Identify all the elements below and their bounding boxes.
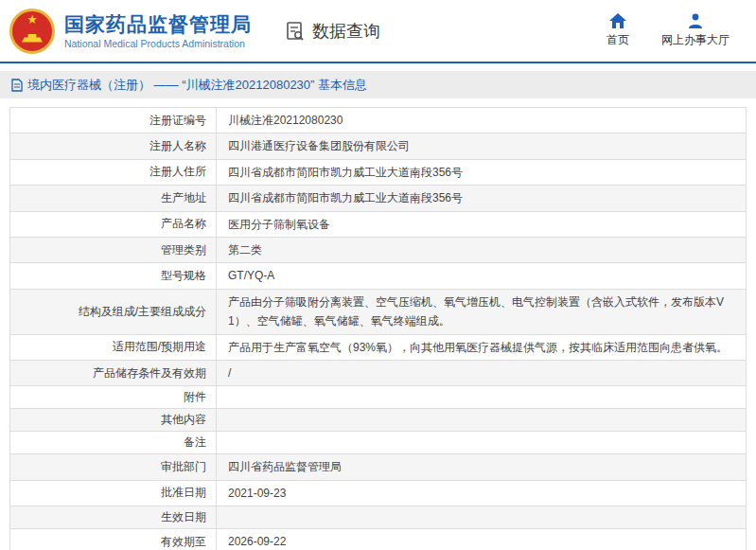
table-row-effective-date: 生效日期 bbox=[10, 506, 746, 529]
table-row-registrant-address: 注册人住所 四川省成都市简阳市凯力威工业大道南段356号 bbox=[10, 160, 746, 186]
row-value bbox=[217, 506, 746, 528]
table-row-approval-date: 批准日期 2021-09-23 bbox=[10, 481, 746, 506]
row-label: 审批部门 bbox=[10, 454, 217, 479]
row-label: 生效日期 bbox=[10, 506, 217, 528]
table-row-intended-use: 适用范围/预期用途 产品用于生产富氧空气（93%氧），向其他用氧医疗器械提供气源… bbox=[10, 335, 746, 361]
table-row-valid-until: 有效期至 2026-09-22 bbox=[10, 529, 746, 550]
row-value bbox=[217, 432, 746, 453]
nav-home[interactable]: 首页 bbox=[607, 13, 629, 48]
row-value: 四川省成都市简阳市凯力威工业大道南段356号 bbox=[217, 186, 746, 210]
breadcrumb: 境内医疗器械（注册） —— “川械注准20212080230” 基本信息 bbox=[0, 71, 756, 98]
data-query-section[interactable]: 数据查询 bbox=[284, 20, 380, 43]
table-row-structure-composition: 结构及组成/主要组成成分 产品由分子筛吸附分离装置、空气压缩机、氧气增压机、电气… bbox=[10, 290, 746, 335]
nav-home-label: 首页 bbox=[607, 32, 629, 48]
row-value bbox=[217, 409, 746, 431]
table-row-registrant-name: 注册人名称 四川港通医疗设备集团股份有限公司 bbox=[10, 133, 746, 159]
registration-info-table: 注册证编号 川械注准20212080230 注册人名称 四川港通医疗设备集团股份… bbox=[9, 107, 747, 550]
site-title-block: 国家药品监督管理局 National Medical Products Admi… bbox=[64, 12, 252, 49]
row-label: 其他内容 bbox=[10, 409, 217, 431]
table-row-model-spec: 型号规格 GT/YQ-A bbox=[10, 263, 746, 289]
table-row-management-category: 管理类别 第二类 bbox=[10, 238, 746, 263]
row-value: 医用分子筛制氧设备 bbox=[217, 212, 746, 237]
data-query-label: 数据查询 bbox=[312, 20, 380, 43]
document-icon bbox=[11, 79, 23, 92]
row-label: 结构及组成/主要组成成分 bbox=[10, 290, 217, 334]
row-value: / bbox=[217, 361, 746, 385]
page-header: ★ 国家药品监督管理局 National Medical Products Ad… bbox=[0, 0, 756, 63]
row-value: 产品由分子筛吸附分离装置、空气压缩机、氧气增压机、电气控制装置（含嵌入式软件，发… bbox=[217, 290, 746, 334]
row-label: 批准日期 bbox=[10, 481, 217, 506]
breadcrumb-text: 境内医疗器械（注册） —— “川械注准20212080230” 基本信息 bbox=[27, 77, 367, 94]
row-label: 型号规格 bbox=[10, 263, 217, 288]
nav-online-service-hall[interactable]: 网上办事大厅 bbox=[661, 13, 730, 48]
table-row-production-address: 生产地址 四川省成都市简阳市凯力威工业大道南段356号 bbox=[10, 186, 746, 211]
row-label: 附件 bbox=[10, 386, 217, 408]
row-value: 四川省药品监督管理局 bbox=[217, 454, 746, 479]
row-value: 四川港通医疗设备集团股份有限公司 bbox=[217, 133, 746, 158]
site-subtitle: National Medical Products Administration bbox=[64, 38, 252, 49]
table-row-attachment: 附件 bbox=[10, 386, 746, 409]
row-value: 四川省成都市简阳市凯力威工业大道南段356号 bbox=[217, 160, 746, 185]
table-row-approval-department: 审批部门 四川省药品监督管理局 bbox=[10, 454, 746, 480]
row-label: 产品名称 bbox=[10, 212, 217, 237]
site-title: 国家药品监督管理局 bbox=[64, 12, 252, 36]
row-value: 2021-09-23 bbox=[217, 481, 746, 506]
row-label: 生产地址 bbox=[10, 186, 217, 210]
header-nav: 首页 网上办事大厅 bbox=[607, 13, 730, 48]
home-icon bbox=[609, 13, 626, 28]
row-label: 有效期至 bbox=[10, 529, 217, 550]
row-value: 川械注准20212080230 bbox=[217, 108, 746, 133]
row-label: 注册人名称 bbox=[10, 133, 217, 158]
star-icon: ★ bbox=[26, 13, 38, 26]
nav-online-service-hall-label: 网上办事大厅 bbox=[661, 32, 730, 48]
table-row-product-name: 产品名称 医用分子筛制氧设备 bbox=[10, 212, 746, 238]
row-value: 产品用于生产富氧空气（93%氧），向其他用氧医疗器械提供气源，按其临床适用范围向… bbox=[217, 335, 746, 360]
row-label: 注册证编号 bbox=[10, 108, 217, 133]
document-search-icon bbox=[284, 20, 307, 43]
national-emblem-logo: ★ bbox=[9, 9, 55, 54]
row-value: GT/YQ-A bbox=[217, 263, 746, 288]
row-label: 注册人住所 bbox=[10, 160, 217, 185]
table-row-registration-number: 注册证编号 川械注准20212080230 bbox=[10, 108, 746, 133]
table-row-storage-conditions: 产品储存条件及有效期 / bbox=[10, 361, 746, 386]
gate-icon bbox=[22, 34, 43, 43]
person-icon bbox=[688, 13, 703, 28]
row-label: 管理类别 bbox=[10, 238, 217, 262]
row-value bbox=[217, 386, 746, 408]
table-row-remarks: 备注 bbox=[10, 432, 746, 454]
row-label: 产品储存条件及有效期 bbox=[10, 361, 217, 385]
row-label: 适用范围/预期用途 bbox=[10, 335, 217, 360]
row-label: 备注 bbox=[10, 432, 217, 453]
table-row-other-content: 其他内容 bbox=[10, 409, 746, 432]
row-value: 2026-09-22 bbox=[217, 529, 746, 550]
row-value: 第二类 bbox=[217, 238, 746, 262]
